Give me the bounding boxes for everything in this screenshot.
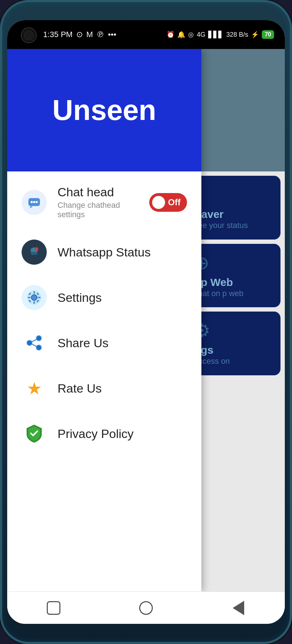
web-subtitle: chat on p web: [194, 289, 275, 299]
whatsapp-status-content: Whatsapp Status: [58, 245, 187, 259]
menu-item-chat-head[interactable]: Chat head Change chathead settings Off: [7, 175, 201, 229]
rp-card-web: ⊕ op Web chat on p web: [188, 244, 280, 308]
location-icon: ◎: [188, 31, 194, 39]
svg-point-2: [33, 201, 35, 203]
svg-point-26: [37, 345, 41, 350]
menu-item-rate-us[interactable]: ★ Rate Us: [7, 366, 201, 411]
status-bar: 1:35 PM ⊙ M ℗ ••• ⏰ 🔔 ◎ 4G ▋▋▋ 328 B/s ⚡…: [7, 20, 285, 49]
privacy-policy-content: Privacy Policy: [58, 427, 187, 441]
svg-point-10: [31, 295, 37, 300]
settings-icon-wrap: [22, 285, 47, 310]
more-dots: •••: [108, 30, 116, 39]
menu-item-settings[interactable]: Settings: [7, 275, 201, 320]
chat-head-icon-wrap: [22, 190, 47, 215]
chat-head-title: Chat head: [58, 185, 138, 199]
drawer-header: Unseen: [7, 49, 201, 171]
rate-us-content: Rate Us: [58, 381, 187, 395]
home-icon: [139, 601, 153, 615]
web-icon: ⊕: [194, 252, 275, 273]
chat-head-content: Chat head Change chathead settings: [58, 185, 138, 219]
svg-point-1: [31, 201, 33, 203]
rate-us-title: Rate Us: [58, 381, 187, 395]
share-us-content: Share Us: [58, 336, 187, 350]
shield-icon: [25, 424, 43, 443]
chat-head-subtitle: Change chathead settings: [58, 201, 138, 219]
settings-gear-icon: [26, 290, 42, 305]
pinterest-icon: ℗: [96, 30, 104, 39]
status-right: ⏰ 🔔 ◎ 4G ▋▋▋ 328 B/s ⚡ 70: [166, 30, 274, 39]
whatsapp-icon-wrap: ↑: [22, 240, 47, 265]
camera-hole: [21, 27, 37, 43]
home-button[interactable]: [135, 597, 157, 619]
whatsapp-status-icon: ⊙: [76, 30, 83, 39]
gmail-icon: M: [86, 30, 93, 39]
menu-item-privacy-policy[interactable]: Privacy Policy: [7, 411, 201, 456]
privacy-policy-title: Privacy Policy: [58, 427, 187, 441]
settings-bg-title: ngs: [194, 344, 275, 356]
svg-rect-13: [28, 297, 31, 298]
svg-point-25: [27, 341, 32, 345]
battery-level: 70: [265, 31, 271, 38]
battery-indicator: 70: [262, 30, 274, 39]
phone-screen: 1:35 PM ⊙ M ℗ ••• ⏰ 🔔 ◎ 4G ▋▋▋ 328 B/s ⚡…: [7, 20, 285, 624]
whatsapp-cloud-icon: ↑: [27, 245, 42, 260]
status-left: 1:35 PM ⊙ M ℗ •••: [43, 30, 116, 39]
rp-card-saver: ↓ Saver see your status: [188, 176, 280, 240]
rp-card-settings: ⚙ ngs access on: [188, 312, 280, 375]
menu-item-share-us[interactable]: Share Us: [7, 320, 201, 366]
share-us-title: Share Us: [58, 336, 187, 350]
chat-head-icon: [27, 195, 41, 210]
screen-content: ↓ Saver see your status ⊕ op Web chat on…: [7, 49, 285, 591]
recent-apps-button[interactable]: [43, 597, 64, 619]
svg-marker-4: [30, 206, 33, 208]
toggle-circle: [152, 196, 165, 209]
signal-bars-icon: ▋▋▋: [208, 31, 223, 39]
svg-text:↑: ↑: [36, 248, 37, 251]
saver-subtitle: see your status: [194, 220, 275, 231]
saver-icon: ↓: [194, 184, 275, 205]
drawer-title: Unseen: [53, 94, 156, 127]
network-4g-icon: 4G: [197, 31, 205, 39]
svg-rect-11: [33, 291, 35, 294]
network-speed: 328 B/s: [226, 31, 248, 39]
navigation-drawer: Unseen: [7, 49, 201, 591]
settings-bg-icon: ⚙: [194, 320, 275, 341]
settings-bg-subtitle: access on: [194, 356, 275, 367]
bottom-nav-bar: [7, 591, 285, 624]
back-icon: [233, 601, 244, 615]
saver-title: Saver: [194, 208, 275, 220]
charging-icon: ⚡: [251, 31, 259, 39]
svg-rect-12: [33, 301, 35, 304]
chat-head-toggle[interactable]: Off: [149, 193, 187, 212]
alarm-icon: ⏰: [166, 31, 174, 39]
menu-list: Chat head Change chathead settings Off: [7, 171, 201, 460]
settings-title: Settings: [58, 291, 187, 305]
camera-lens: [24, 30, 34, 40]
share-icon-wrap: [22, 330, 47, 355]
svg-rect-14: [38, 297, 41, 298]
whatsapp-status-title: Whatsapp Status: [58, 245, 187, 259]
settings-content: Settings: [58, 291, 187, 305]
svg-point-24: [37, 336, 41, 340]
recent-apps-icon: [47, 601, 60, 615]
privacy-icon-wrap: [22, 421, 47, 446]
clock-time: 1:35 PM: [43, 30, 73, 39]
back-button[interactable]: [228, 597, 249, 619]
rate-icon-wrap: ★: [22, 376, 47, 401]
phone-device: 1:35 PM ⊙ M ℗ ••• ⏰ 🔔 ◎ 4G ▋▋▋ 328 B/s ⚡…: [0, 0, 292, 644]
menu-item-whatsapp-status[interactable]: ↑ Whatsapp Status: [7, 229, 201, 275]
web-title: op Web: [194, 276, 275, 289]
share-icon: [25, 334, 43, 352]
bell-icon: 🔔: [177, 31, 185, 39]
star-icon: ★: [27, 378, 42, 398]
svg-point-3: [36, 201, 38, 203]
toggle-label: Off: [168, 197, 181, 207]
